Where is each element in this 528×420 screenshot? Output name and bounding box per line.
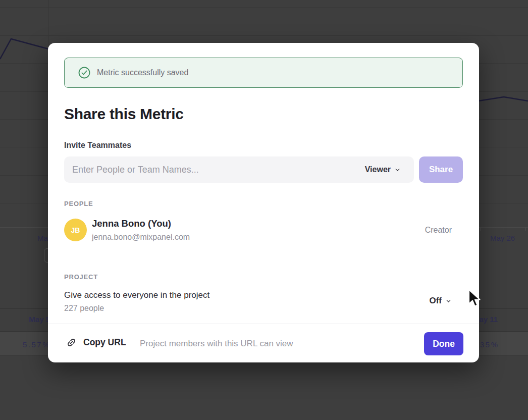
share-metric-modal: Metric successfully saved Share this Met… (48, 43, 479, 362)
avatar-initials: JB (71, 226, 80, 234)
project-access-dropdown[interactable]: Off (429, 296, 452, 306)
success-message: Metric successfully saved (97, 68, 188, 77)
screen: Ma May 26 May 5 May 11 5.57% 35% Metric … (0, 0, 528, 420)
person-name: Jenna Bono (You) (92, 218, 171, 229)
project-access-subtitle: 227 people (64, 304, 104, 313)
invite-teammates-label: Invite Teammates (64, 141, 131, 150)
done-button[interactable]: Done (424, 332, 463, 355)
people-section-label: PEOPLE (64, 200, 93, 207)
copy-url-label: Copy URL (83, 337, 126, 348)
background-table-value-right: 35% (480, 340, 499, 349)
url-permission-hint: Project members with this URL can view (140, 339, 293, 349)
footer-divider (48, 324, 479, 324)
link-icon (64, 335, 79, 350)
background-table-date-left: May 5 (20, 315, 50, 324)
project-access-title: Give access to everyone in the project (64, 290, 209, 300)
background-table-value-left: 5.57% (14, 340, 50, 349)
project-access-value: Off (429, 296, 442, 306)
person-role-label: Creator (425, 226, 452, 235)
invite-input[interactable] (64, 165, 360, 175)
invite-field: Viewer (64, 156, 414, 183)
role-dropdown-value: Viewer (365, 165, 391, 174)
person-email: jenna.bono@mixpanel.com (92, 233, 190, 242)
share-button[interactable]: Share (419, 156, 463, 183)
chevron-down-icon (394, 167, 401, 173)
avatar: JB (64, 219, 87, 241)
modal-title: Share this Metric (64, 106, 184, 123)
background-xtick-label-left: Ma (37, 234, 48, 242)
success-banner: Metric successfully saved (64, 58, 463, 88)
background-xtick-label-right: May 26 (490, 234, 515, 242)
project-section-label: PROJECT (64, 273, 98, 281)
chevron-down-icon (445, 298, 452, 304)
role-dropdown[interactable]: Viewer (360, 156, 414, 183)
success-check-icon (78, 66, 91, 79)
copy-url-button[interactable]: Copy URL (66, 337, 126, 348)
